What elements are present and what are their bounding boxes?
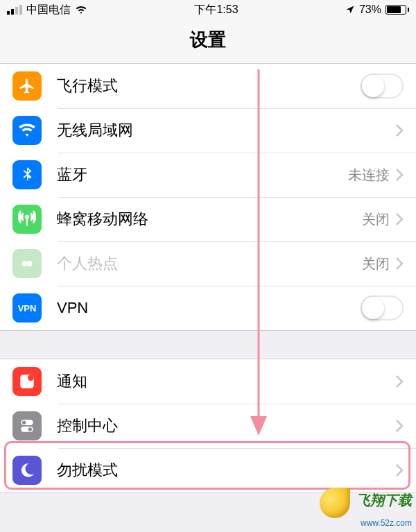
row-airplane-mode[interactable]: 飞行模式 xyxy=(0,64,416,108)
row-notifications[interactable]: 通知 xyxy=(0,359,416,404)
settings-group-system: 通知 控制中心 勿扰模式 xyxy=(0,359,416,493)
chevron-right-icon xyxy=(395,463,404,477)
hotspot-label: 个人热点 xyxy=(57,253,362,274)
dnd-label: 勿扰模式 xyxy=(57,460,395,481)
hotspot-icon xyxy=(12,249,42,278)
airplane-toggle[interactable] xyxy=(361,74,404,98)
svg-point-3 xyxy=(22,420,26,424)
page-title: 设置 xyxy=(0,19,416,63)
chevron-right-icon xyxy=(395,375,404,388)
hotspot-value: 关闭 xyxy=(362,255,390,273)
watermark-brand: 飞翔下载 xyxy=(356,492,412,508)
bluetooth-value: 未连接 xyxy=(348,166,390,185)
carrier-label: 中国电信 xyxy=(26,3,71,17)
notifications-icon xyxy=(12,367,42,396)
wifi-icon xyxy=(75,5,87,15)
airplane-label: 飞行模式 xyxy=(57,76,361,96)
status-left: 中国电信 xyxy=(7,3,87,17)
status-right: 73% xyxy=(345,3,409,16)
row-vpn[interactable]: VPN VPN xyxy=(0,286,416,330)
cellular-icon xyxy=(12,205,42,234)
wifi-settings-icon xyxy=(12,116,42,145)
row-hotspot: 个人热点 关闭 xyxy=(0,241,416,286)
status-time: 下午1:53 xyxy=(194,3,238,17)
row-control-center[interactable]: 控制中心 xyxy=(0,404,416,448)
row-do-not-disturb[interactable]: 勿扰模式 xyxy=(0,448,416,492)
chevron-right-icon xyxy=(395,212,404,226)
row-wifi[interactable]: 无线局域网 xyxy=(0,108,416,153)
moon-icon xyxy=(12,456,42,485)
cellular-value: 关闭 xyxy=(362,210,390,229)
watermark: 飞翔下载 www.52z.com xyxy=(320,488,412,528)
svg-point-1 xyxy=(28,375,34,381)
vpn-label: VPN xyxy=(57,299,361,317)
watermark-leaf-icon xyxy=(320,488,350,518)
bluetooth-icon xyxy=(12,160,42,189)
location-icon xyxy=(345,5,355,15)
bluetooth-label: 蓝牙 xyxy=(57,164,348,185)
vpn-toggle[interactable] xyxy=(361,295,404,320)
control-center-label: 控制中心 xyxy=(57,415,395,436)
chevron-right-icon xyxy=(395,168,404,182)
cellular-label: 蜂窝移动网络 xyxy=(57,209,362,230)
chevron-right-icon xyxy=(395,123,404,137)
battery-percent: 73% xyxy=(359,3,381,16)
svg-point-5 xyxy=(28,427,32,431)
notifications-label: 通知 xyxy=(57,371,395,392)
vpn-icon: VPN xyxy=(12,293,42,323)
battery-icon xyxy=(385,5,409,15)
row-bluetooth[interactable]: 蓝牙 未连接 xyxy=(0,153,416,197)
control-center-icon xyxy=(12,411,42,440)
chevron-right-icon xyxy=(395,419,404,433)
settings-group-connectivity: 飞行模式 无线局域网 蓝牙 未连接 蜂窝移动网络 关闭 个人热点 关闭 VPN xyxy=(0,63,416,331)
chevron-right-icon xyxy=(395,257,404,271)
airplane-icon xyxy=(12,71,42,101)
watermark-url: www.52z.com xyxy=(361,518,412,528)
cellular-signal-icon xyxy=(7,5,22,15)
row-cellular[interactable]: 蜂窝移动网络 关闭 xyxy=(0,197,416,241)
status-bar: 中国电信 下午1:53 73% xyxy=(0,0,416,19)
wifi-label: 无线局域网 xyxy=(57,120,395,141)
